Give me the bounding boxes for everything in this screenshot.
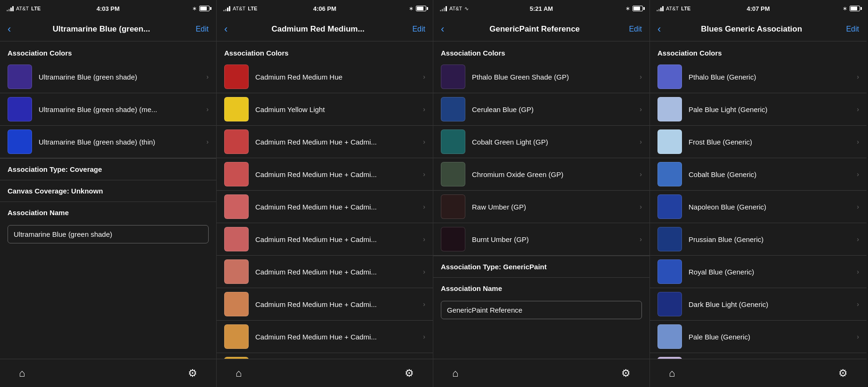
association-type-1: Association Type: Coverage bbox=[0, 158, 216, 180]
chevron-icon-4-2: › bbox=[857, 138, 859, 145]
color-name-2-8: Cadmium Red Medium Hue + Cadmi... bbox=[255, 333, 420, 341]
phone-screen-1: AT&T LTE 4:03 PM ∗ ‹ Ultramarine Blue (g… bbox=[0, 0, 217, 387]
chevron-icon-4-0: › bbox=[857, 73, 859, 81]
color-name-4-2: Frost Blue (Generic) bbox=[689, 138, 854, 146]
association-name-input-3[interactable] bbox=[441, 301, 642, 319]
color-row-2-3[interactable]: Cadmium Red Medium Hue + Cadmi... › bbox=[217, 158, 433, 191]
color-row-4-6[interactable]: Royal Blue (Generic) › bbox=[650, 256, 867, 288]
chevron-icon-4-6: › bbox=[857, 268, 859, 275]
carrier-3: AT&T bbox=[449, 6, 462, 11]
status-bar-4: AT&T LTE 4:07 PM ∗ bbox=[650, 0, 867, 17]
color-swatch-4-8 bbox=[657, 324, 682, 349]
association-type-3: Association Type: GenericPaint bbox=[433, 256, 649, 277]
edit-button-1[interactable]: Edit bbox=[192, 25, 209, 33]
edit-button-2[interactable]: Edit bbox=[408, 25, 425, 33]
edit-button-3[interactable]: Edit bbox=[625, 25, 642, 33]
chevron-icon-2-4: › bbox=[423, 203, 425, 210]
section-header-1: Association Colors bbox=[0, 41, 216, 61]
color-swatch-2-8 bbox=[224, 324, 249, 349]
color-name-4-3: Cobalt Blue (Generic) bbox=[689, 170, 854, 178]
signal-bars-2 bbox=[223, 6, 230, 11]
color-name-2-4: Cadmium Red Medium Hue + Cadmi... bbox=[255, 203, 420, 211]
settings-icon-3[interactable]: ⚙ bbox=[621, 367, 631, 379]
settings-icon-2[interactable]: ⚙ bbox=[405, 367, 414, 379]
color-row-1-2[interactable]: Ultramarine Blue (green shade) (thin) › bbox=[0, 126, 216, 158]
chevron-icon-1-1: › bbox=[206, 105, 209, 113]
color-row-4-3[interactable]: Cobalt Blue (Generic) › bbox=[650, 158, 867, 191]
color-swatch-2-5 bbox=[224, 227, 249, 251]
settings-icon-1[interactable]: ⚙ bbox=[188, 367, 197, 379]
back-button-3[interactable]: ‹ bbox=[441, 24, 444, 34]
home-icon-4[interactable]: ⌂ bbox=[669, 367, 675, 379]
chevron-icon-3-2: › bbox=[640, 138, 642, 145]
color-row-4-9[interactable]: Mauve Shadow (Generic) › bbox=[650, 353, 867, 359]
color-row-3-4[interactable]: Raw Umber (GP) › bbox=[433, 191, 649, 223]
settings-icon-4[interactable]: ⚙ bbox=[838, 367, 848, 379]
color-row-4-8[interactable]: Pale Blue (Generic) › bbox=[650, 321, 867, 353]
color-row-4-1[interactable]: Pale Blue Light (Generic) › bbox=[650, 93, 867, 126]
color-row-2-5[interactable]: Cadmium Red Medium Hue + Cadmi... › bbox=[217, 223, 433, 256]
home-icon-2[interactable]: ⌂ bbox=[235, 367, 242, 379]
color-swatch-4-4 bbox=[657, 194, 682, 219]
color-swatch-3-3 bbox=[441, 162, 465, 186]
home-icon-1[interactable]: ⌂ bbox=[19, 367, 25, 379]
color-swatch-2-1 bbox=[224, 97, 249, 121]
color-name-4-8: Pale Blue (Generic) bbox=[689, 333, 854, 341]
back-button-2[interactable]: ‹ bbox=[224, 24, 227, 34]
back-button-1[interactable]: ‹ bbox=[8, 24, 11, 34]
phone-screen-2: AT&T LTE 4:06 PM ∗ ‹ Cadmium Red Medium.… bbox=[217, 0, 433, 387]
color-swatch-2-6 bbox=[224, 259, 249, 284]
bluetooth-icon-1: ∗ bbox=[192, 5, 197, 12]
phone-screen-3: AT&T ∿ 5:21 AM ∗ ‹ GenericPaint Referenc… bbox=[433, 0, 650, 387]
color-swatch-3-0 bbox=[441, 64, 465, 89]
color-row-3-0[interactable]: Pthalo Blue Green Shade (GP) › bbox=[433, 61, 649, 93]
color-row-2-8[interactable]: Cadmium Red Medium Hue + Cadmi... › bbox=[217, 321, 433, 353]
color-row-4-5[interactable]: Prussian Blue (Generic) › bbox=[650, 223, 867, 256]
color-name-1-1: Ultramarine Blue (green shade) (me... bbox=[39, 105, 203, 113]
color-row-2-4[interactable]: Cadmium Red Medium Hue + Cadmi... › bbox=[217, 191, 433, 223]
color-row-3-5[interactable]: Burnt Umber (GP) › bbox=[433, 223, 649, 256]
color-row-4-4[interactable]: Napoleon Blue (Generic) › bbox=[650, 191, 867, 223]
color-row-1-0[interactable]: Ultramarine Blue (green shade) › bbox=[0, 61, 216, 93]
color-list-3: Association Colors Pthalo Blue Green Sha… bbox=[433, 41, 649, 359]
color-row-3-3[interactable]: Chromium Oxide Green (GP) › bbox=[433, 158, 649, 191]
color-row-4-2[interactable]: Frost Blue (Generic) › bbox=[650, 126, 867, 158]
chevron-icon-4-7: › bbox=[857, 300, 859, 308]
chevron-icon-4-3: › bbox=[857, 170, 859, 178]
chevron-icon-4-4: › bbox=[857, 203, 859, 210]
color-row-2-1[interactable]: Cadmium Yellow Light › bbox=[217, 93, 433, 126]
canvas-coverage-1: Canvas Coverage: Unknown bbox=[0, 180, 216, 202]
color-row-3-2[interactable]: Cobalt Green Light (GP) › bbox=[433, 126, 649, 158]
carrier-2: AT&T bbox=[233, 6, 245, 11]
chevron-icon-3-0: › bbox=[640, 73, 642, 81]
color-swatch-1-1 bbox=[8, 97, 32, 121]
edit-button-4[interactable]: Edit bbox=[842, 25, 859, 33]
nav-title-1: Ultramarine Blue (green... bbox=[15, 24, 188, 34]
color-name-2-6: Cadmium Red Medium Hue + Cadmi... bbox=[255, 268, 420, 276]
color-row-1-1[interactable]: Ultramarine Blue (green shade) (me... › bbox=[0, 93, 216, 126]
color-list-4: Association Colors Pthalo Blue (Generic)… bbox=[650, 41, 867, 359]
status-bar-2: AT&T LTE 4:06 PM ∗ bbox=[217, 0, 433, 17]
nav-title-3: GenericPaint Reference bbox=[448, 24, 621, 34]
color-row-2-7[interactable]: Cadmium Red Medium Hue + Cadmi... › bbox=[217, 288, 433, 321]
phone-screen-4: AT&T LTE 4:07 PM ∗ ‹ Blues Generic Assoc… bbox=[650, 0, 867, 387]
back-button-4[interactable]: ‹ bbox=[657, 24, 661, 34]
color-row-2-9[interactable]: Cadmium Red Medium Hue + Cadmi... › bbox=[217, 353, 433, 359]
color-row-2-6[interactable]: Cadmium Red Medium Hue + Cadmi... › bbox=[217, 256, 433, 288]
color-swatch-2-4 bbox=[224, 194, 249, 219]
network-1: LTE bbox=[31, 6, 41, 11]
color-name-3-0: Pthalo Blue Green Shade (GP) bbox=[472, 73, 637, 81]
color-row-2-2[interactable]: Cadmium Red Medium Hue + Cadmi... › bbox=[217, 126, 433, 158]
signal-bars-4 bbox=[657, 6, 664, 11]
time-4: 4:07 PM bbox=[746, 5, 770, 12]
color-row-4-7[interactable]: Dark Blue Light (Generic) › bbox=[650, 288, 867, 321]
home-icon-3[interactable]: ⌂ bbox=[452, 367, 458, 379]
association-name-input-1[interactable] bbox=[8, 225, 209, 243]
color-row-3-1[interactable]: Cerulean Blue (GP) › bbox=[433, 93, 649, 126]
chevron-icon-2-5: › bbox=[423, 235, 425, 243]
color-row-2-0[interactable]: Cadmium Red Medium Hue › bbox=[217, 61, 433, 93]
color-name-2-1: Cadmium Yellow Light bbox=[255, 105, 420, 113]
color-row-4-0[interactable]: Pthalo Blue (Generic) › bbox=[650, 61, 867, 93]
color-name-4-7: Dark Blue Light (Generic) bbox=[689, 300, 854, 308]
network-2: LTE bbox=[248, 6, 257, 11]
